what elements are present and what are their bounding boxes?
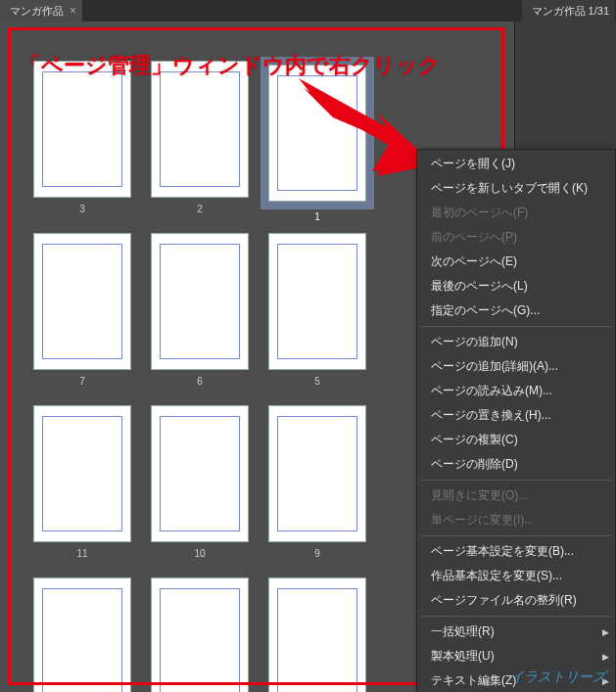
page-number: 10 [194,548,205,559]
menu-item[interactable]: テキスト編集(Z) [417,669,615,692]
context-menu: ページを開く(J)ページを新しいタブで開く(K)最初のページへ(F)前のページへ… [416,149,616,692]
page-thumbnail[interactable]: 2 [147,61,253,219]
menu-item: 見開きに変更(O)... [417,484,615,508]
page-preview [268,577,366,692]
menu-item[interactable]: ページの追加(N) [417,330,615,354]
tab-left[interactable]: マンガ作品 × [0,0,83,22]
page-thumbnail[interactable]: 11 [29,405,135,564]
page-number: 1 [314,211,320,222]
menu-item: 最初のページへ(F) [417,201,615,225]
page-number: 11 [76,548,87,559]
page-thumbnail[interactable]: 1 [264,61,370,219]
tab-left-label: マンガ作品 [10,4,64,19]
page-number: 7 [79,376,85,387]
page-thumbnail[interactable]: 10 [147,405,253,564]
annotation-text: 「ページ管理」ウィンドウ内で右クリック [20,51,441,80]
page-preview [268,233,366,370]
page-preview [151,61,249,198]
menu-item[interactable]: 製本処理(U) [417,644,615,669]
tab-bar: マンガ作品 × マンガ作品 1/31 [0,0,616,22]
page-number: 6 [197,376,203,387]
menu-item[interactable]: ページを開く(J) [417,152,615,176]
page-thumbnail[interactable]: 5 [264,233,370,392]
menu-separator [421,535,611,536]
menu-item: 単ページに変更(I)... [417,508,615,532]
page-number: 3 [79,204,85,214]
page-thumbnail[interactable]: 9 [264,405,370,564]
menu-item[interactable]: ページの置き換え(H)... [417,403,615,428]
menu-item[interactable]: ページの削除(D) [417,452,615,477]
page-thumbnail[interactable]: 6 [147,233,253,392]
menu-item[interactable]: ページの読み込み(M)... [417,379,615,403]
page-number: 5 [314,376,320,387]
menu-item[interactable]: 作品基本設定を変更(S)... [417,564,615,588]
page-thumbnail[interactable]: 7 [29,233,135,392]
tab-right-label: マンガ作品 1/31 [532,4,609,19]
tab-right[interactable]: マンガ作品 1/31 [522,0,616,22]
page-thumbnail[interactable] [264,577,370,692]
tab-divider [83,0,99,22]
page-preview [33,233,131,370]
page-preview [268,405,366,542]
menu-item[interactable]: 次のページへ(E) [417,250,615,274]
page-preview [268,65,366,202]
page-thumbnail[interactable]: 3 [29,61,135,219]
page-preview [151,577,249,692]
close-icon[interactable]: × [70,4,76,18]
page-number: 9 [314,548,320,559]
page-preview [151,405,249,542]
menu-item[interactable]: 指定のページへ(G)... [417,299,615,323]
menu-item[interactable]: ページの複製(C) [417,428,615,452]
menu-separator [421,616,611,617]
page-thumbnail[interactable] [147,577,253,692]
menu-separator [421,326,611,327]
page-preview [33,577,131,692]
menu-item: 前のページへ(P) [417,225,615,250]
page-preview [151,233,249,370]
page-number: 2 [197,204,203,214]
menu-item[interactable]: ページの追加(詳細)(A)... [417,354,615,379]
page-preview [33,405,131,542]
menu-item[interactable]: ページを新しいタブで開く(K) [417,176,615,201]
menu-item[interactable]: 一括処理(R) [417,620,615,644]
page-thumbnail[interactable] [29,577,135,692]
menu-separator [421,480,611,481]
page-preview [33,61,131,198]
menu-item[interactable]: 最後のページへ(L) [417,274,615,299]
menu-item[interactable]: ページファイル名の整列(R) [417,588,615,613]
menu-item[interactable]: ページ基本設定を変更(B)... [417,539,615,564]
